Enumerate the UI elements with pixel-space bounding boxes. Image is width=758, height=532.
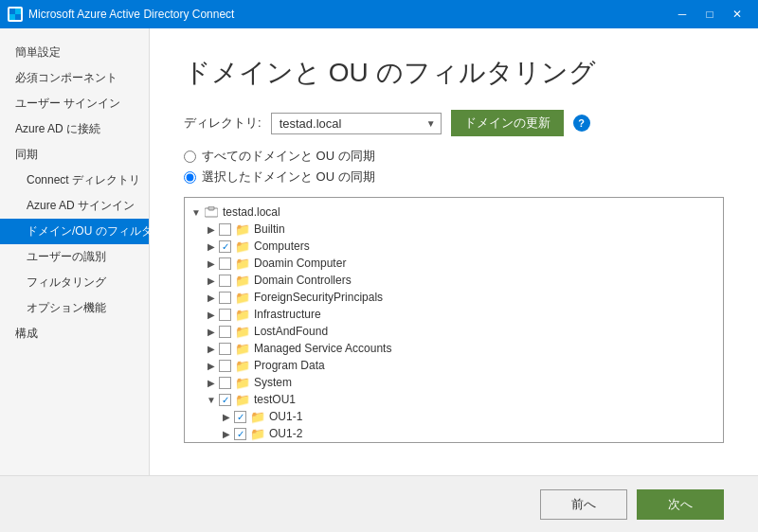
directory-row: ディレクトリ: testad.local ▼ ドメインの更新 ? bbox=[184, 110, 724, 136]
expand-pd-icon[interactable]: ▶ bbox=[204, 358, 219, 373]
lostandfound-label: LostAndFound bbox=[254, 325, 328, 338]
sidebar-item-azure-ad[interactable]: Azure AD に接続 bbox=[0, 116, 149, 142]
folder-ou1-1-icon: 📁 bbox=[250, 409, 265, 424]
expand-sys-icon[interactable]: ▶ bbox=[204, 375, 219, 390]
folder-testou1-icon: 📁 bbox=[235, 392, 250, 407]
checkbox-lostandfound[interactable] bbox=[219, 326, 231, 338]
back-button[interactable]: 前へ bbox=[540, 489, 627, 520]
directory-select[interactable]: testad.local bbox=[271, 113, 442, 134]
expand-dc-icon[interactable]: ▶ bbox=[204, 273, 219, 288]
sidebar-item-domain-ou[interactable]: ドメイン/OU のフィルタリング bbox=[0, 219, 149, 244]
svg-rect-0 bbox=[9, 9, 15, 14]
folder-computers-icon: 📁 bbox=[235, 239, 250, 254]
sidebar-item-hissu[interactable]: 必須コンポーネント bbox=[0, 65, 149, 91]
expand-builtin-icon[interactable]: ▶ bbox=[204, 222, 219, 237]
radio-all-sync-input[interactable] bbox=[184, 151, 196, 163]
update-domain-button[interactable]: ドメインの更新 bbox=[451, 110, 564, 136]
radio-selected-sync[interactable]: 選択したドメインと OU の同期 bbox=[184, 168, 724, 186]
tree-node-testou2[interactable]: ▶ ✓ 📁 testOU2 bbox=[189, 442, 719, 443]
msa-label: Managed Service Accounts bbox=[254, 342, 391, 355]
checkbox-system[interactable] bbox=[219, 377, 231, 389]
folder-fsp-icon: 📁 bbox=[235, 290, 250, 305]
sidebar-item-option[interactable]: オプション機能 bbox=[0, 295, 149, 321]
checkbox-testou1[interactable]: ✓ bbox=[219, 394, 231, 406]
folder-msa-icon: 📁 bbox=[235, 341, 250, 356]
folder-laf-icon: 📁 bbox=[235, 324, 250, 339]
tree-node-builtin[interactable]: ▶ 📁 Builtin bbox=[189, 221, 719, 238]
expand-computers-icon[interactable]: ▶ bbox=[204, 239, 219, 254]
checkbox-ou1-2[interactable]: ✓ bbox=[234, 428, 246, 440]
maximize-button[interactable]: □ bbox=[696, 5, 723, 24]
expand-root-icon[interactable]: ▼ bbox=[189, 204, 204, 220]
next-button[interactable]: 次へ bbox=[637, 489, 724, 520]
tree-node-ou1-1[interactable]: ▶ ✓ 📁 OU1-1 bbox=[189, 408, 719, 425]
tree-node-doamin-computer[interactable]: ▶ 📁 Doamin Computer bbox=[189, 255, 719, 272]
tree-node-msa[interactable]: ▶ 📁 Managed Service Accounts bbox=[189, 340, 719, 357]
folder-pd-icon: 📁 bbox=[235, 358, 250, 373]
titlebar: Microsoft Azure Active Directory Connect… bbox=[0, 0, 758, 28]
svg-rect-1 bbox=[15, 9, 21, 14]
tree-node-system[interactable]: ▶ 📁 System bbox=[189, 374, 719, 391]
tree-node-infrastructure[interactable]: ▶ 📁 Infrastructure bbox=[189, 306, 719, 323]
svg-rect-3 bbox=[15, 14, 21, 20]
radio-selected-sync-input[interactable] bbox=[184, 171, 196, 184]
sidebar-item-kosei[interactable]: 構成 bbox=[0, 321, 149, 346]
testou1-label: testOU1 bbox=[254, 393, 296, 406]
domain-icon bbox=[204, 204, 219, 220]
sidebar-item-user-identify[interactable]: ユーザーの識別 bbox=[0, 244, 149, 270]
checkbox-infrastructure[interactable] bbox=[219, 309, 231, 321]
tree-node-root[interactable]: ▼ testad.local bbox=[189, 204, 719, 221]
sidebar-item-kantan[interactable]: 簡単設定 bbox=[0, 40, 149, 65]
content-area: 簡単設定 必須コンポーネント ユーザー サインイン Azure AD に接続 同… bbox=[0, 28, 758, 475]
radio-selected-sync-label: 選択したドメインと OU の同期 bbox=[202, 168, 375, 186]
folder-dc-icon: 📁 bbox=[235, 273, 250, 288]
main-content: ドメインと OU のフィルタリング ディレクトリ: testad.local ▼… bbox=[150, 28, 758, 475]
svg-rect-2 bbox=[9, 14, 15, 20]
sidebar-item-user-signin[interactable]: ユーザー サインイン bbox=[0, 91, 149, 116]
tree-node-testou1[interactable]: ▼ ✓ 📁 testOU1 bbox=[189, 391, 719, 408]
sidebar-item-connect-dir[interactable]: Connect ディレクトリ bbox=[0, 168, 149, 193]
computers-label: Computers bbox=[254, 239, 310, 253]
expand-laf-icon[interactable]: ▶ bbox=[204, 324, 219, 339]
expand-testou1-icon[interactable]: ▼ bbox=[204, 392, 219, 407]
checkbox-program-data[interactable] bbox=[219, 360, 231, 372]
tree-node-domain-controllers[interactable]: ▶ 📁 Domain Controllers bbox=[189, 272, 719, 289]
expand-doamin-icon[interactable]: ▶ bbox=[204, 256, 219, 271]
svg-rect-5 bbox=[208, 206, 214, 210]
sidebar-item-filter[interactable]: フィルタリング bbox=[0, 270, 149, 295]
tree-node-computers[interactable]: ▶ ✓ 📁 Computers bbox=[189, 238, 719, 255]
folder-builtin-icon: 📁 bbox=[235, 222, 250, 237]
radio-all-sync[interactable]: すべてのドメインと OU の同期 bbox=[184, 148, 724, 165]
help-icon[interactable]: ? bbox=[573, 115, 590, 132]
checkbox-fsp[interactable] bbox=[219, 292, 231, 304]
folder-ou1-2-icon: 📁 bbox=[250, 426, 265, 441]
tree-node-lostandfound[interactable]: ▶ 📁 LostAndFound bbox=[189, 323, 719, 340]
tree-node-ou1-2[interactable]: ▶ ✓ 📁 OU1-2 bbox=[189, 425, 719, 442]
doamin-computer-label: Doamin Computer bbox=[254, 257, 346, 270]
expand-ou1-2-icon[interactable]: ▶ bbox=[219, 426, 234, 441]
program-data-label: Program Data bbox=[254, 359, 325, 372]
checkbox-msa[interactable] bbox=[219, 343, 231, 355]
tree-node-program-data[interactable]: ▶ 📁 Program Data bbox=[189, 357, 719, 374]
checkbox-computers[interactable]: ✓ bbox=[219, 240, 231, 253]
close-button[interactable]: ✕ bbox=[724, 5, 750, 24]
main-window: Microsoft Azure Active Directory Connect… bbox=[0, 0, 758, 532]
ou-tree[interactable]: ▼ testad.local ▶ 📁 Builtin bbox=[184, 197, 724, 443]
folder-sys-icon: 📁 bbox=[235, 375, 250, 390]
checkbox-builtin[interactable] bbox=[219, 223, 231, 236]
expand-msa-icon[interactable]: ▶ bbox=[204, 341, 219, 356]
checkbox-domain-controllers[interactable] bbox=[219, 275, 231, 287]
checkbox-doamin-computer[interactable] bbox=[219, 257, 231, 270]
checkbox-ou1-1[interactable]: ✓ bbox=[234, 411, 246, 423]
sidebar-item-azure-signin[interactable]: Azure AD サインイン bbox=[0, 193, 149, 219]
folder-infra-icon: 📁 bbox=[235, 307, 250, 322]
expand-fsp-icon[interactable]: ▶ bbox=[204, 290, 219, 305]
tree-node-fsp[interactable]: ▶ 📁 ForeignSecurityPrincipals bbox=[189, 289, 719, 306]
sidebar-item-doki[interactable]: 同期 bbox=[0, 142, 149, 168]
footer: 前へ 次へ bbox=[0, 475, 758, 532]
minimize-button[interactable]: ─ bbox=[669, 5, 695, 24]
root-label: testad.local bbox=[223, 205, 280, 219]
expand-infra-icon[interactable]: ▶ bbox=[204, 307, 219, 322]
domain-controllers-label: Domain Controllers bbox=[254, 274, 352, 287]
expand-ou1-1-icon[interactable]: ▶ bbox=[219, 409, 234, 424]
